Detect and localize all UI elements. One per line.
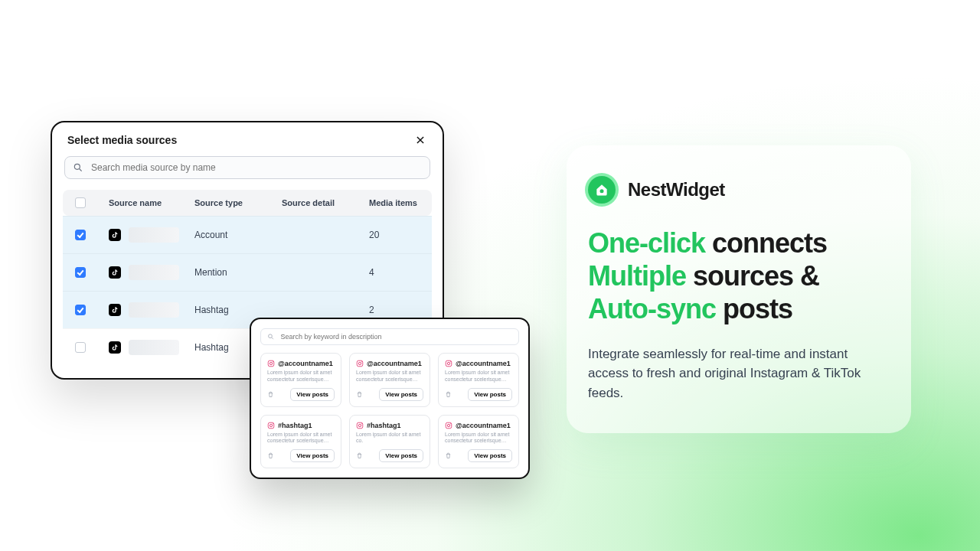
card-name: #hashtag1 <box>367 422 401 429</box>
cell-source-type: Mention <box>194 267 282 278</box>
col-media-items: Media items <box>369 198 446 207</box>
card-desc: Lorem ipsum dolor sit amet consectetur s… <box>267 432 335 445</box>
brand: NestWidget <box>588 176 890 204</box>
subcopy: Integrate seamlessly for real-time and i… <box>588 344 890 403</box>
trash-icon[interactable] <box>356 452 363 459</box>
view-posts-button[interactable]: View posts <box>379 449 423 462</box>
post-card: @accountname1Lorem ipsum dolor sit amet … <box>438 353 519 407</box>
row-checkbox[interactable] <box>75 305 86 315</box>
table-row[interactable]: Mention4 <box>63 253 432 291</box>
tiktok-icon <box>109 304 121 316</box>
card-desc: Lorem ipsum dolor sit amet consectetur s… <box>356 370 423 383</box>
instagram-icon <box>267 422 275 429</box>
trash-icon[interactable] <box>445 452 452 459</box>
col-source-detail: Source detail <box>282 198 369 207</box>
posts-search[interactable] <box>260 328 519 345</box>
posts-search-input[interactable] <box>279 332 512 341</box>
headline: One-click connects Multiple sources & Au… <box>588 227 890 326</box>
redacted-name <box>129 340 179 355</box>
tiktok-icon <box>109 341 121 354</box>
cell-source-name <box>109 227 194 243</box>
trash-icon[interactable] <box>267 391 274 398</box>
card-name: @accountname1 <box>278 360 333 367</box>
card-desc: Lorem ipsum dolor sit amet consectetur s… <box>445 370 512 383</box>
instagram-icon <box>356 360 364 367</box>
table-row[interactable]: Account20 <box>63 216 432 253</box>
card-desc: Lorem ipsum dolor sit amet consectetur s… <box>445 432 512 445</box>
modal-title: Select media sources <box>67 134 177 146</box>
table-header: Source name Source type Source detail Me… <box>63 190 432 216</box>
post-card: @accountname1Lorem ipsum dolor sit amet … <box>349 353 430 407</box>
svg-point-0 <box>74 164 80 169</box>
cell-source-name <box>109 265 194 280</box>
svg-point-1 <box>269 334 273 338</box>
instagram-icon <box>267 360 275 367</box>
post-card: @accountname1Lorem ipsum dolor sit amet … <box>260 353 341 407</box>
view-posts-button[interactable]: View posts <box>468 388 512 401</box>
row-checkbox[interactable] <box>75 342 86 353</box>
instagram-icon <box>445 360 452 367</box>
modal-search-input[interactable] <box>90 161 422 174</box>
card-desc: Lorem ipsum dolor sit amet co. <box>356 432 423 445</box>
cell-media-items: 4 <box>369 267 446 278</box>
trash-icon[interactable] <box>267 452 274 459</box>
cell-source-name <box>109 340 194 355</box>
brand-name: NestWidget <box>628 179 725 201</box>
cell-source-name <box>109 302 194 318</box>
col-source-type: Source type <box>194 198 282 207</box>
post-card: #hashtag1Lorem ipsum dolor sit amet cons… <box>260 415 341 469</box>
svg-point-2 <box>600 189 604 193</box>
view-posts-button[interactable]: View posts <box>379 388 423 401</box>
cell-media-items: 2 <box>369 305 446 315</box>
card-desc: Lorem ipsum dolor sit amet consectetur s… <box>267 370 335 383</box>
redacted-name <box>129 302 179 318</box>
close-icon[interactable] <box>413 133 427 147</box>
search-icon <box>267 333 275 341</box>
col-source-name: Source name <box>109 198 194 207</box>
card-name: @accountname1 <box>367 360 422 367</box>
marketing-panel: NestWidget One-click connects Multiple s… <box>567 145 911 433</box>
instagram-icon <box>445 422 452 429</box>
card-name: @accountname1 <box>456 360 511 367</box>
post-card: #hashtag1Lorem ipsum dolor sit amet co.V… <box>349 415 430 469</box>
cell-source-type: Hashtag <box>194 305 282 315</box>
instagram-icon <box>356 422 364 429</box>
trash-icon[interactable] <box>356 391 363 398</box>
search-icon <box>73 162 83 173</box>
modal-search[interactable] <box>64 156 430 179</box>
row-checkbox[interactable] <box>75 267 86 278</box>
brand-logo-icon <box>588 176 616 204</box>
view-posts-button[interactable]: View posts <box>468 449 512 462</box>
trash-icon[interactable] <box>445 391 452 398</box>
post-card: @accountname1Lorem ipsum dolor sit amet … <box>438 415 519 469</box>
view-posts-button[interactable]: View posts <box>290 388 335 401</box>
tiktok-icon <box>109 266 121 279</box>
card-name: #hashtag1 <box>278 422 312 429</box>
view-posts-button[interactable]: View posts <box>290 449 335 462</box>
cell-source-type: Account <box>194 230 282 240</box>
cell-media-items: 20 <box>369 230 446 240</box>
select-all-checkbox[interactable] <box>75 197 86 208</box>
card-name: @accountname1 <box>456 422 511 429</box>
row-checkbox[interactable] <box>75 230 86 240</box>
tiktok-icon <box>109 229 121 241</box>
posts-panel: @accountname1Lorem ipsum dolor sit amet … <box>250 318 530 479</box>
redacted-name <box>129 227 179 243</box>
redacted-name <box>129 265 179 280</box>
